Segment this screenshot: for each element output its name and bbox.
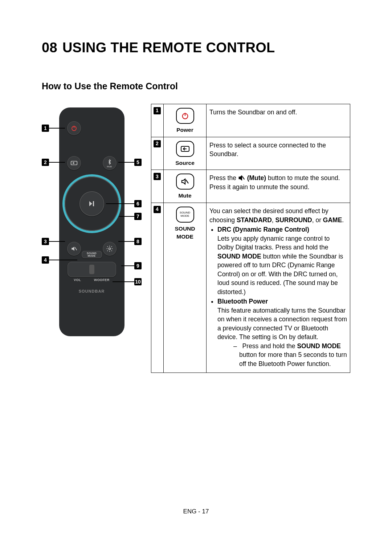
- dash-text: Press and hold the: [242, 342, 297, 350]
- mute-icon: [176, 174, 194, 190]
- row-label: Mute: [178, 192, 191, 200]
- row-desc: You can select the desired sound effect …: [207, 203, 350, 373]
- dash-bold: SOUND MODE: [297, 342, 341, 350]
- svg-line-10: [242, 176, 244, 179]
- callout-num-3: 3: [42, 238, 49, 245]
- callout-num-4: 4: [42, 256, 49, 264]
- callout-9: 9: [121, 262, 142, 269]
- desc-text: .: [342, 216, 344, 224]
- table-row: 3 Mute Press the (Mute) button to mute t…: [151, 170, 350, 203]
- dash-item: Press and hold the SOUND MODE button for…: [233, 342, 347, 369]
- row-icon-cell: Power: [164, 104, 207, 137]
- section-number: 08: [42, 40, 57, 55]
- mute-inline-icon: [238, 175, 245, 181]
- power-icon: [176, 108, 194, 124]
- section-title: 08USING THE REMOTE CONTROL: [42, 40, 350, 56]
- table-row: 1 Power Turns the Soundbar on and off.: [151, 104, 350, 137]
- row-label: Power: [176, 126, 193, 134]
- row-desc: Press the (Mute) button to mute the soun…: [207, 170, 350, 203]
- table-row: 4 SOUND MODE SOUND MODE You can select t…: [151, 203, 350, 373]
- list-item: DRC (Dynamic Range Control) Lets you app…: [217, 225, 347, 296]
- row-num-cell: 1: [151, 104, 164, 137]
- callout-8: 8: [118, 238, 142, 245]
- desc-bold: STANDARD: [237, 216, 272, 224]
- bullet-text: Lets you apply dynamic range control to …: [217, 235, 330, 251]
- row-icon-cell: Source: [164, 137, 207, 170]
- callout-5: 5: [118, 159, 142, 166]
- callout-2: 2: [42, 159, 65, 166]
- description-table: 1 Power Turns the Soundbar on and off. 2: [151, 104, 350, 373]
- row-num-cell: 3: [151, 170, 164, 203]
- callout-num-6: 6: [134, 200, 142, 207]
- callout-num-9: 9: [134, 262, 142, 269]
- desc-bold: SURROUND: [275, 216, 312, 224]
- row-label: SOUND MODE: [166, 225, 204, 240]
- desc-bold: GAME: [323, 216, 342, 224]
- callout-num-8: 8: [134, 238, 142, 245]
- page-footer: ENG - 17: [0, 508, 392, 515]
- table-row: 2 Source Press to select a source connec…: [151, 137, 350, 170]
- row-label: Source: [175, 159, 195, 167]
- callout-num-7: 7: [134, 213, 142, 220]
- row-num-cell: 4: [151, 203, 164, 373]
- bullet-title: DRC (Dynamic Range Control): [217, 226, 309, 233]
- row-num: 4: [154, 206, 161, 213]
- callout-num-5: 5: [134, 159, 142, 166]
- desc-bold: (Mute): [247, 174, 266, 182]
- desc-text: ,: [272, 216, 275, 224]
- dash-text: button for more than 5 seconds to turn o…: [239, 351, 347, 367]
- svg-line-9: [186, 180, 188, 183]
- callout-1: 1: [42, 125, 65, 132]
- sound-mode-icon: SOUND MODE: [176, 207, 194, 223]
- desc-text: Press the: [209, 174, 238, 182]
- callout-num-2: 2: [42, 159, 49, 166]
- row-num-cell: 2: [151, 137, 164, 170]
- callout-3: 3: [42, 238, 65, 245]
- bullet-bold: SOUND MODE: [217, 253, 261, 260]
- row-icon-cell: SOUND MODE SOUND MODE: [164, 203, 207, 373]
- row-num: 3: [154, 173, 161, 180]
- list-item: Bluetooth Power This feature automatical…: [217, 297, 347, 368]
- content: PAIR SOUND MODE VOL WOOFER: [42, 104, 350, 373]
- callouts: 1 2 5 6 7 3 8 4 9 10: [42, 104, 142, 373]
- callout-10: 10: [113, 278, 142, 285]
- row-desc: Turns the Soundbar on and off.: [207, 104, 350, 137]
- remote-diagram: PAIR SOUND MODE VOL WOOFER: [42, 104, 142, 373]
- section-title-text: USING THE REMOTE CONTROL: [62, 40, 275, 55]
- row-desc: Press to select a source connected to th…: [207, 137, 350, 170]
- sub-title: How to Use the Remote Control: [42, 81, 350, 91]
- callout-7: 7: [119, 213, 142, 220]
- source-icon: [176, 141, 194, 157]
- row-icon-cell: Mute: [164, 170, 207, 203]
- callout-num-1: 1: [42, 125, 49, 132]
- sm-line2: MODE: [181, 215, 189, 218]
- row-num: 2: [154, 140, 161, 147]
- callout-4: 4: [42, 256, 77, 264]
- desc-text: , or: [312, 216, 323, 224]
- callout-num-10: 10: [134, 278, 142, 285]
- bullet-title: Bluetooth Power: [217, 298, 268, 305]
- callout-6: 6: [106, 200, 142, 207]
- row-num: 1: [154, 107, 161, 114]
- bullet-text: This feature automatically turns the Sou…: [217, 307, 347, 341]
